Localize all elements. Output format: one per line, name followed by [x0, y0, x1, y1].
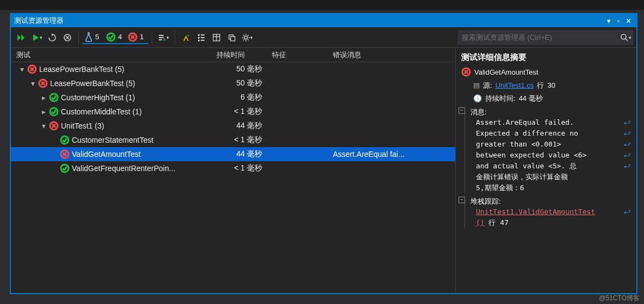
- stack-block: − 堆栈跟踪: UnitTest1.ValidGetAmountTest⮐ ()…: [465, 197, 631, 228]
- test-row[interactable]: ▸CustomerMiddleTest (1)< 1 毫秒: [11, 105, 455, 119]
- editor-tabstrip: [0, 0, 644, 10]
- svg-rect-13: [201, 34, 205, 35]
- svg-rect-8: [159, 37, 164, 38]
- settings-button[interactable]: ▾: [239, 30, 255, 45]
- duration-label: 持续时间:: [485, 93, 516, 104]
- cancel-run-button[interactable]: [60, 30, 75, 45]
- test-name: LeasePowerBankTest (5): [39, 65, 124, 74]
- test-row[interactable]: ValidGetAmountTest44 毫秒Assert.AreEqual f…: [11, 147, 455, 161]
- status-icon: [38, 78, 48, 88]
- run-all-button[interactable]: [14, 30, 29, 45]
- test-error: Assert.AreEqual fai...: [333, 150, 455, 159]
- test-summary: 5 4 1: [82, 31, 148, 44]
- group-by-button[interactable]: [194, 30, 209, 45]
- analyze-button[interactable]: [178, 30, 194, 45]
- stack-link-paren[interactable]: (): [476, 218, 485, 227]
- test-row[interactable]: CustomerStatementTest< 1 毫秒: [11, 133, 455, 147]
- search-input[interactable]: [459, 33, 618, 41]
- summary-passed[interactable]: 4: [106, 32, 125, 42]
- svg-rect-11: [198, 37, 200, 39]
- playlist-button[interactable]: ▾: [156, 30, 171, 45]
- maximize-icon[interactable]: ▫: [614, 17, 623, 25]
- test-row[interactable]: ▾UnitTest1 (3)44 毫秒: [11, 119, 455, 133]
- status-icon: [27, 64, 37, 74]
- col-duration[interactable]: 持续时间: [216, 50, 272, 60]
- svg-line-28: [243, 39, 244, 40]
- svg-rect-15: [201, 40, 205, 41]
- expand-icon[interactable]: ▾: [29, 79, 36, 88]
- collapse-toggle[interactable]: −: [459, 197, 465, 203]
- panel-titlebar[interactable]: 测试资源管理器 ▾ ▫ ✕: [11, 14, 636, 27]
- test-duration: 50 毫秒: [216, 64, 272, 74]
- repeat-run-button[interactable]: [45, 30, 60, 45]
- toolbar: ▾ 5 4 1 ▾: [11, 27, 636, 48]
- test-row[interactable]: ▸CustomerHighTest (1)6 毫秒: [11, 90, 455, 105]
- source-line-label: 行: [537, 80, 544, 91]
- test-name: ValidGetFrequentRenterPoin...: [72, 164, 175, 173]
- status-icon: [60, 149, 70, 159]
- test-duration: 6 毫秒: [216, 93, 272, 102]
- svg-point-30: [621, 34, 626, 39]
- stack-line: 47: [500, 218, 509, 227]
- test-duration: 50 毫秒: [216, 78, 272, 88]
- test-row[interactable]: ValidGetFrequentRenterPoin...< 1 毫秒: [11, 161, 455, 175]
- test-duration: < 1 毫秒: [216, 135, 272, 145]
- svg-line-31: [626, 39, 628, 41]
- test-name: CustomerHighTest (1): [61, 93, 135, 102]
- stack-label: 堆栈跟踪:: [470, 197, 631, 206]
- svg-point-21: [244, 36, 247, 39]
- close-icon[interactable]: ✕: [623, 17, 633, 25]
- test-explorer-panel: 测试资源管理器 ▾ ▫ ✕ ▾ 5 4: [10, 13, 637, 294]
- stack-link[interactable]: UnitTest1.ValidGetAmountTest: [476, 208, 595, 216]
- svg-rect-7: [159, 35, 164, 36]
- status-icon: [49, 107, 59, 117]
- svg-rect-9: [159, 39, 162, 40]
- source-line: 30: [547, 80, 555, 91]
- collapse-toggle[interactable]: −: [459, 107, 465, 114]
- expand-icon[interactable]: ▸: [40, 107, 47, 116]
- svg-line-26: [243, 35, 244, 36]
- message-text: Assert.AreEqual failed.⮐ Expected a diff…: [470, 117, 631, 193]
- search-box[interactable]: ▾: [458, 31, 633, 45]
- detail-title: 测试详细信息摘要: [461, 52, 631, 63]
- watermark: @51CTO博客: [599, 294, 640, 303]
- test-name: CustomerMiddleTest (1): [61, 107, 142, 116]
- status-icon: [60, 163, 70, 173]
- col-test[interactable]: 测试: [11, 50, 216, 60]
- svg-rect-12: [198, 40, 200, 41]
- test-row[interactable]: ▾LeasePowerBankTest (5)50 毫秒: [11, 76, 455, 90]
- status-icon: [60, 135, 70, 145]
- test-duration: 44 毫秒: [216, 149, 272, 159]
- svg-rect-10: [198, 34, 200, 36]
- svg-line-29: [248, 35, 249, 36]
- col-attribute[interactable]: 特征: [272, 50, 333, 60]
- dropdown-icon[interactable]: ▾: [604, 17, 614, 25]
- col-error[interactable]: 错误消息: [333, 50, 455, 60]
- source-file-link[interactable]: UnitTest1.cs: [496, 80, 534, 91]
- test-name: CustomerStatementTest: [72, 136, 153, 144]
- message-label: 消息:: [470, 107, 631, 117]
- columns-button[interactable]: [209, 30, 224, 45]
- expand-icon[interactable]: ▸: [40, 93, 47, 102]
- windows-button[interactable]: [224, 30, 239, 45]
- test-row[interactable]: ▾LeasePowerBankTest (5)50 毫秒: [11, 62, 455, 76]
- summary-total[interactable]: 5: [84, 32, 103, 42]
- status-icon: [49, 93, 59, 102]
- test-duration: 44 毫秒: [216, 121, 272, 131]
- detail-pane: 测试详细信息摘要 ValidGetAmountTest ▤ 源: UnitTes…: [456, 48, 636, 293]
- panel-title: 测试资源管理器: [14, 16, 64, 26]
- test-rows: ▾LeasePowerBankTest (5)50 毫秒▾LeasePowerB…: [11, 62, 455, 293]
- expand-icon[interactable]: ▾: [40, 121, 47, 130]
- detail-test-name: ValidGetAmountTest: [474, 67, 538, 78]
- duration-value: 44 毫秒: [519, 93, 543, 104]
- test-name: UnitTest1 (3): [61, 121, 104, 130]
- column-headers: 测试 持续时间 特征 错误消息: [11, 48, 455, 62]
- fail-icon: [461, 67, 471, 77]
- expand-icon[interactable]: ▾: [18, 65, 25, 74]
- test-tree: 测试 持续时间 特征 错误消息 ▾LeasePowerBankTest (5)5…: [11, 48, 456, 293]
- search-icon[interactable]: ▾: [618, 33, 633, 42]
- stack-line-label: 行: [488, 218, 496, 227]
- summary-failed[interactable]: 1: [128, 32, 146, 42]
- run-button[interactable]: ▾: [29, 30, 45, 45]
- status-icon: [49, 121, 59, 131]
